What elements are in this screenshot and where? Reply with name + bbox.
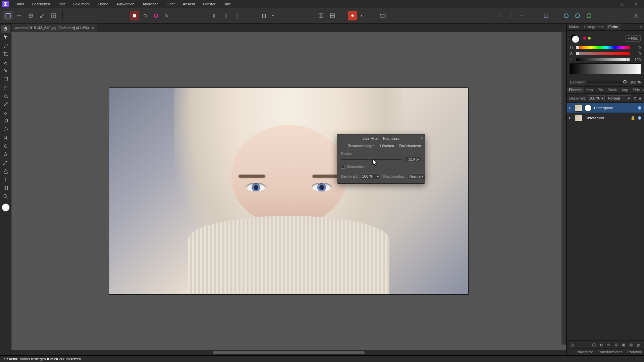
- tab-histogramm[interactable]: Histogramm: [582, 23, 606, 31]
- window-minimize-icon[interactable]: ─: [603, 0, 615, 8]
- shape-tool-icon[interactable]: [1, 167, 10, 175]
- horizontal-scrollbar[interactable]: [11, 350, 566, 355]
- fill-tool-icon[interactable]: [1, 92, 10, 100]
- color-wells[interactable]: [570, 34, 579, 43]
- erase-tool-icon[interactable]: [1, 109, 10, 117]
- dialog-reset-button[interactable]: Zurücksetzen: [399, 144, 421, 148]
- tab-farbe[interactable]: Farbe: [606, 23, 621, 31]
- hue-slider[interactable]: [576, 46, 630, 49]
- snap-c-icon[interactable]: [506, 11, 516, 20]
- menu-dokument[interactable]: Dokument: [69, 1, 93, 7]
- menu-ansicht[interactable]: Ansicht: [179, 1, 198, 7]
- l-value[interactable]: 100: [632, 58, 641, 62]
- layer-fx-icon[interactable]: ◈: [639, 96, 641, 101]
- tab-stock[interactable]: Stock: [605, 86, 619, 94]
- menu-anordnen[interactable]: Anordnen: [139, 1, 162, 7]
- preview-icon[interactable]: [378, 11, 387, 20]
- sync-c-icon[interactable]: [584, 11, 594, 20]
- sync-b-icon[interactable]: [573, 11, 582, 20]
- tab-kan[interactable]: Kan: [584, 86, 595, 94]
- persona-develop-icon[interactable]: [26, 11, 36, 20]
- tab-makro[interactable]: Makro: [567, 23, 582, 31]
- align-c-icon[interactable]: [232, 11, 241, 20]
- picker-dot-a-icon[interactable]: [583, 37, 586, 40]
- foreground-swatch[interactable]: [2, 203, 10, 212]
- layer-group-btn-icon[interactable]: ▣: [621, 342, 627, 348]
- menu-auswaehlen[interactable]: Auswählen: [113, 1, 138, 7]
- gradient-strip[interactable]: [570, 64, 641, 74]
- tab-anp[interactable]: Anp: [619, 86, 631, 94]
- tab-transformieren[interactable]: Transformieren: [595, 349, 625, 355]
- layer-lock-icon[interactable]: 🔒: [631, 116, 635, 120]
- radius-value[interactable]: 12,9 px: [405, 157, 421, 162]
- picker-dot-b-icon[interactable]: [588, 37, 591, 40]
- layer-opacity-dropdown[interactable]: 100 %▾: [588, 95, 605, 101]
- crop-tool-icon[interactable]: [1, 50, 10, 58]
- account-icon[interactable]: [631, 11, 641, 20]
- canvas[interactable]: Live-Filter – Hochpass × Zusammenlegen L…: [11, 32, 566, 350]
- hand-tool-icon[interactable]: [1, 25, 10, 33]
- persona-liquify-icon[interactable]: [15, 11, 24, 20]
- monochrome-checkbox[interactable]: [341, 165, 345, 169]
- layers-menu-icon[interactable]: ≡: [642, 86, 644, 94]
- layer-live-btn-icon[interactable]: ⧉: [613, 342, 619, 348]
- sync-a-icon[interactable]: [561, 11, 571, 20]
- layer-visible-icon[interactable]: [638, 116, 641, 120]
- dialog-blend-dropdown[interactable]: Normal▾: [408, 173, 425, 179]
- selection-brush-tool-icon[interactable]: [1, 58, 10, 66]
- selection-opt2-icon[interactable]: [141, 11, 150, 20]
- layer-expand-icon[interactable]: ▸: [569, 106, 573, 110]
- mesh-tool-icon[interactable]: [1, 184, 10, 192]
- menu-datei[interactable]: Datei: [12, 1, 28, 7]
- tab-protokoll[interactable]: Protokoll: [625, 349, 644, 355]
- document-tab[interactable]: woman-1919143_640.jpg [Geändert] (41.3%)…: [11, 23, 98, 32]
- split-a-icon[interactable]: [316, 11, 326, 20]
- split-b-icon[interactable]: [328, 11, 337, 20]
- menu-filter[interactable]: Filter: [163, 1, 178, 7]
- hscroll-thumb[interactable]: [213, 351, 365, 354]
- persona-photo-icon[interactable]: [3, 11, 13, 20]
- dialog-merge-button[interactable]: Zusammenlegen: [348, 144, 375, 148]
- persona-export-icon[interactable]: [49, 11, 58, 20]
- assistant-chevron-icon[interactable]: ▾: [359, 11, 364, 20]
- layer-filter-icon[interactable]: ▤: [569, 342, 575, 348]
- arrange-icon[interactable]: [541, 11, 551, 20]
- assistant-icon[interactable]: [348, 11, 357, 20]
- layer-add-btn-icon[interactable]: ▦: [628, 342, 634, 348]
- layer-fx-btn-icon[interactable]: fx: [606, 342, 612, 348]
- radius-slider-thumb[interactable]: [368, 157, 372, 161]
- opacity-slider[interactable]: [587, 81, 627, 83]
- selection-opt1-icon[interactable]: [130, 11, 139, 20]
- layer-gear-icon[interactable]: ⚙: [633, 96, 637, 101]
- menu-ebene[interactable]: Ebene: [94, 1, 112, 7]
- layer-name[interactable]: Hintergrund: [594, 106, 635, 110]
- zoom-tool-icon[interactable]: [1, 192, 10, 200]
- marquee-tool-icon[interactable]: [1, 75, 10, 83]
- move-tool-icon[interactable]: [1, 33, 10, 41]
- opacity-value[interactable]: 100 %: [629, 80, 641, 84]
- inpaint-tool-icon[interactable]: [1, 125, 10, 133]
- color-picker-tool-icon[interactable]: [1, 42, 10, 50]
- layer-visible-icon[interactable]: [638, 106, 641, 110]
- crop-button-icon[interactable]: [259, 11, 269, 20]
- snap-a-icon[interactable]: [485, 11, 494, 20]
- tab-ebenen[interactable]: Ebenen: [567, 86, 584, 94]
- lig-slider[interactable]: [576, 58, 630, 61]
- sat-slider[interactable]: [576, 52, 630, 55]
- tab-navigator[interactable]: Navigator: [575, 349, 595, 355]
- s-value[interactable]: 0: [632, 52, 641, 56]
- layer-mask-icon[interactable]: [585, 105, 591, 111]
- dialog-close-icon[interactable]: ×: [420, 136, 423, 140]
- selection-opt4-icon[interactable]: [162, 11, 171, 20]
- dialog-delete-button[interactable]: Löschen: [380, 144, 394, 148]
- burn-tool-icon[interactable]: [1, 142, 10, 150]
- text-tool-icon[interactable]: [1, 176, 10, 184]
- color-mode-dropdown[interactable]: ⌖ HSL: [626, 35, 641, 42]
- menu-text[interactable]: Text: [55, 1, 68, 7]
- node-tool-icon[interactable]: [1, 159, 10, 167]
- flood-select-tool-icon[interactable]: [1, 67, 10, 75]
- align-b-icon[interactable]: [221, 11, 230, 20]
- layer-name[interactable]: Hintergrund: [585, 116, 628, 120]
- document-tab-close-icon[interactable]: ×: [92, 25, 94, 30]
- h-value[interactable]: 0: [632, 46, 641, 50]
